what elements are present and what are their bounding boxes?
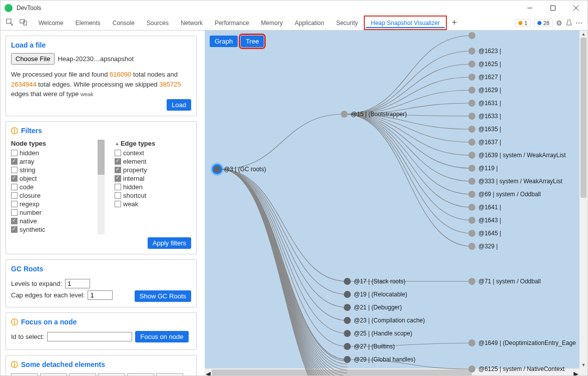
graph-node[interactable]: @71 | system / Oddball: [468, 278, 541, 285]
settings-icon[interactable]: ⚙: [556, 19, 562, 27]
checkbox-icon[interactable]: [115, 175, 121, 182]
tab-application[interactable]: Application: [289, 16, 330, 30]
graph-node[interactable]: @1641 |: [468, 204, 501, 211]
show-gc-roots-button[interactable]: Show GC Roots: [135, 290, 191, 302]
device-toggle-icon[interactable]: [20, 18, 28, 28]
detached-element[interactable]: 111575: [69, 373, 96, 377]
checkbox-icon[interactable]: [11, 192, 18, 199]
detached-element[interactable]: 111747: [127, 373, 154, 377]
tab-security[interactable]: Security: [330, 16, 364, 30]
edge-type-context[interactable]: context: [115, 149, 191, 157]
edge-type-shortcut[interactable]: shortcut: [115, 192, 191, 199]
tab-heap-snapshot-visualizer[interactable]: Heap Snapshot Visualizer: [364, 16, 447, 30]
graph-node[interactable]: @329 |: [468, 243, 498, 250]
graph-node[interactable]: @21 | (Debugger): [344, 304, 402, 311]
graph-node[interactable]: @29 | (Global handles): [344, 356, 415, 363]
levels-input[interactable]: [65, 279, 90, 288]
edge-type-element[interactable]: element: [115, 158, 191, 165]
checkbox-icon[interactable]: [115, 184, 121, 190]
filter-scrollbar[interactable]: [98, 140, 105, 234]
graph-canvas[interactable]: Graph Tree @3 | (GC roots) @15 | (Bootst…: [205, 31, 587, 376]
focus-node-button[interactable]: Focus on node: [135, 331, 188, 342]
checkbox-icon[interactable]: [115, 201, 121, 207]
graph-node[interactable]: @23 | (Compilation cache): [344, 317, 425, 324]
graph-node[interactable]: @25 | (Handle scope): [344, 330, 412, 337]
edge-type-property[interactable]: property: [115, 166, 191, 174]
node-type-regexp[interactable]: regexp: [11, 200, 88, 208]
tab-welcome[interactable]: Welcome: [33, 16, 70, 30]
checkbox-icon[interactable]: [11, 218, 18, 224]
graph-node[interactable]: @119 |: [468, 165, 498, 172]
detached-element[interactable]: 111571: [11, 373, 38, 377]
checkbox-icon[interactable]: [11, 209, 18, 216]
checkbox-icon[interactable]: [11, 226, 18, 233]
graph-node[interactable]: @1623 |: [468, 48, 501, 55]
detached-element[interactable]: 111573: [40, 373, 67, 377]
checkbox-icon[interactable]: [11, 158, 18, 165]
node-type-array[interactable]: array: [11, 158, 88, 165]
graph-node-root[interactable]: @3 | (GC roots): [214, 166, 266, 173]
checkbox-icon[interactable]: [115, 192, 121, 199]
edge-type-internal[interactable]: internal: [115, 175, 191, 182]
warnings-badge[interactable]: 1: [515, 19, 531, 27]
inspect-icon[interactable]: [6, 18, 14, 28]
graph-node[interactable]: @1631 |: [468, 100, 501, 107]
close-button[interactable]: [564, 1, 587, 16]
detached-element[interactable]: 111771: [156, 373, 183, 377]
more-icon[interactable]: ⋯: [575, 19, 582, 27]
node-type-code[interactable]: code: [11, 183, 88, 191]
detached-element[interactable]: 111681: [98, 373, 125, 377]
node-type-closure[interactable]: closure: [11, 192, 88, 199]
edge-type-hidden[interactable]: hidden: [115, 183, 191, 191]
node-type-object[interactable]: object: [11, 175, 88, 182]
graph-node[interactable]: @6125 | system / NativeContext: [468, 365, 564, 372]
checkbox-icon[interactable]: [11, 167, 18, 173]
graph-node[interactable]: @1633 |: [468, 113, 501, 120]
checkbox-icon[interactable]: [115, 167, 121, 173]
node-type-number[interactable]: number: [11, 209, 88, 216]
tab-network[interactable]: Network: [175, 16, 209, 30]
maximize-button[interactable]: [541, 1, 564, 16]
id-select-input[interactable]: [47, 332, 132, 341]
experiments-icon[interactable]: [565, 19, 572, 27]
add-tab-button[interactable]: +: [447, 16, 462, 30]
graph-node[interactable]: @27 | (Builtins): [344, 343, 395, 350]
checkbox-icon[interactable]: [11, 201, 18, 207]
tab-sources[interactable]: Sources: [141, 16, 175, 30]
apply-filters-button[interactable]: Apply filters: [148, 237, 191, 249]
tab-performance[interactable]: Performance: [209, 16, 255, 30]
graph-node[interactable]: @1643 |: [468, 217, 501, 224]
graph-node[interactable]: @1625 |: [468, 61, 501, 68]
checkbox-icon[interactable]: [11, 150, 18, 156]
cap-input[interactable]: [88, 290, 113, 300]
graph-view-button[interactable]: Graph: [210, 36, 238, 47]
graph-node[interactable]: @15 | (Bootstrapper): [341, 111, 407, 118]
graph-node[interactable]: @333 | system / WeakArrayList: [468, 178, 562, 185]
node-type-string[interactable]: string: [11, 166, 88, 174]
graph-node[interactable]: @69 | system / Oddball: [468, 191, 541, 198]
graph-node[interactable]: @1627 |: [468, 74, 501, 81]
edge-type-weak[interactable]: weak: [115, 200, 191, 208]
checkbox-icon[interactable]: [115, 150, 121, 156]
info-badge[interactable]: 28: [534, 19, 553, 27]
graph-node[interactable]: @1635 |: [468, 126, 501, 133]
graph-node[interactable]: @1645 |: [468, 230, 501, 237]
tab-console[interactable]: Console: [107, 16, 141, 30]
tab-memory[interactable]: Memory: [255, 16, 289, 30]
graph-node[interactable]: [468, 32, 475, 39]
load-button[interactable]: Load: [167, 99, 191, 111]
node-type-hidden[interactable]: hidden: [11, 149, 88, 157]
minimize-button[interactable]: [518, 1, 541, 16]
node-type-native[interactable]: native: [11, 217, 88, 225]
node-type-synthetic[interactable]: synthetic: [11, 226, 88, 233]
graph-node[interactable]: @19 | (Relocatable): [344, 291, 407, 298]
tab-elements[interactable]: Elements: [70, 16, 107, 30]
graph-node[interactable]: @17 | (Stack roots): [344, 278, 405, 285]
choose-file-button[interactable]: Choose File: [11, 53, 55, 65]
tree-view-button[interactable]: Tree: [241, 36, 264, 47]
checkbox-icon[interactable]: [11, 184, 18, 190]
graph-node[interactable]: @1637 |: [468, 139, 501, 146]
graph-node[interactable]: @1649 | (DeoptimizationEntry_Eage: [468, 339, 576, 346]
graph-node[interactable]: @1629 |: [468, 87, 501, 94]
checkbox-icon[interactable]: [115, 158, 121, 165]
